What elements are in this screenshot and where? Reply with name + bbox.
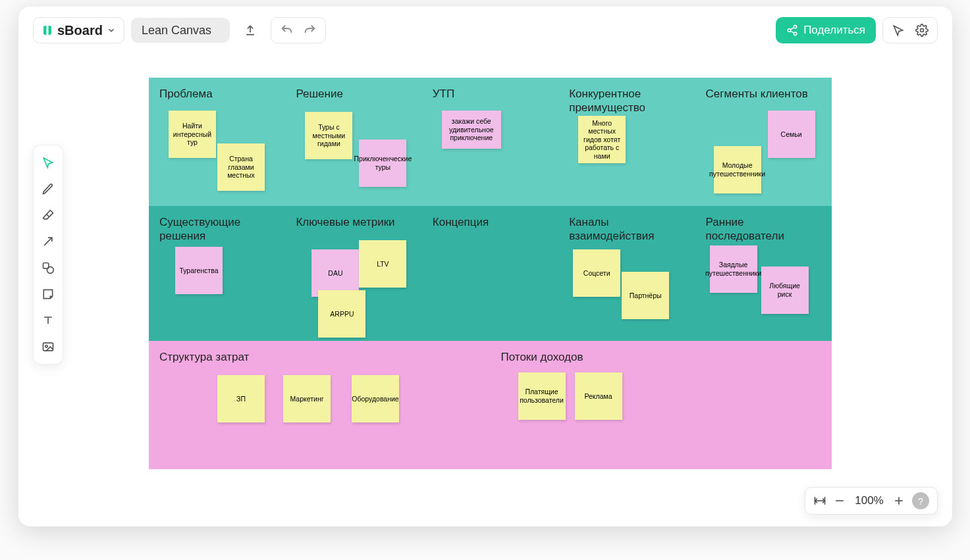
sticky-note[interactable]: ЗП [217, 375, 265, 422]
tool-eraser[interactable] [36, 203, 60, 227]
cell-title: Конкурентное преимущество [569, 87, 684, 115]
sticky-note[interactable]: Много местных гидов хотят работать с нам… [578, 116, 626, 163]
canvas-cell[interactable]: Конкурентное преимуществоМного местных г… [558, 78, 695, 206]
tool-pencil[interactable] [36, 177, 60, 201]
share-label: Поделиться [803, 24, 865, 37]
cell-title: Структура затрат [159, 350, 480, 364]
tool-shapes[interactable] [36, 256, 60, 280]
zoom-bar: 100% ? [805, 487, 938, 515]
sticky-note[interactable]: ARPPU [318, 290, 365, 338]
app-name: sBoard [57, 23, 103, 38]
fit-width-button[interactable] [813, 494, 826, 507]
canvas-cell[interactable]: ПроблемаНайти интересный турСтрана глаза… [149, 78, 285, 206]
undo-redo-group [271, 17, 326, 43]
sticky-note[interactable]: Приключенческие туры [359, 140, 406, 187]
top-right-tools [882, 17, 938, 43]
canvas-cell[interactable]: Структура затратЗПМаркетингОборудование [149, 341, 491, 469]
canvas-cell[interactable]: Существующие решенияТурагенства [149, 206, 285, 341]
cell-title: Концепция [433, 215, 548, 229]
cell-title: Сегменты клиентов [706, 87, 821, 101]
sticky-note[interactable]: Партнёры [622, 272, 669, 319]
svg-line-4 [791, 31, 794, 33]
top-right-cluster: Поделиться [776, 17, 938, 43]
tool-sticky[interactable] [36, 282, 60, 306]
sticky-note[interactable]: Семьи [768, 111, 815, 158]
svg-point-5 [921, 29, 924, 32]
sticky-note[interactable]: Страна глазами местных [217, 143, 265, 191]
sticky-note[interactable]: Туры с местными гидами [305, 112, 352, 159]
top-bar: sBoard Lean Canvas Поделиться [33, 16, 938, 44]
left-toolbar [33, 145, 63, 365]
board-title-text: Lean Canvas [142, 24, 211, 38]
tool-image[interactable] [36, 335, 60, 359]
sticky-note[interactable]: Любящие риск [761, 267, 809, 314]
sticky-note[interactable]: Маркетинг [283, 375, 331, 422]
canvas-cell[interactable]: Сегменты клиентовСемьиМолодые путешестве… [695, 78, 832, 206]
sticky-note[interactable]: Соцсети [573, 249, 620, 297]
sticky-note[interactable]: Турагенства [175, 247, 223, 294]
share-icon [786, 24, 798, 36]
canvas-cell[interactable]: Каналы взаимодействияСоцсетиПартнёры [558, 206, 695, 341]
sticky-note[interactable]: Реклама [575, 372, 622, 420]
canvas-row-top: ПроблемаНайти интересный турСтрана глаза… [149, 78, 832, 206]
tool-arrow[interactable] [36, 230, 60, 253]
sticky-note[interactable]: LTV [359, 240, 406, 288]
undo-button[interactable] [278, 21, 296, 39]
cell-title: Ключевые метрики [296, 215, 411, 229]
board-title-input[interactable]: Lean Canvas [131, 18, 230, 43]
canvas-cell[interactable]: РешениеТуры с местными гидамиПриключенче… [285, 78, 421, 206]
cell-title: УТП [433, 87, 548, 101]
cell-title: Решение [296, 87, 411, 101]
app-menu-button[interactable]: sBoard [33, 17, 124, 43]
canvas-cell[interactable]: Концепция [422, 206, 558, 341]
canvas[interactable]: ПроблемаНайти интересный турСтрана глаза… [149, 78, 832, 469]
sticky-note[interactable]: закажи себе удивительное приключение [442, 111, 501, 149]
tool-text[interactable] [36, 309, 60, 332]
sticky-note[interactable]: Найти интересный тур [169, 111, 216, 158]
zoom-out-button[interactable] [833, 494, 846, 507]
share-button[interactable]: Поделиться [776, 17, 876, 43]
zoom-level[interactable]: 100% [853, 494, 886, 507]
zoom-in-button[interactable] [892, 494, 905, 507]
svg-point-10 [45, 345, 47, 347]
svg-point-2 [794, 32, 797, 36]
canvas-row-bottom: Структура затратЗПМаркетингОборудованиеП… [149, 341, 832, 469]
svg-point-1 [788, 29, 791, 32]
tool-select[interactable] [36, 151, 60, 174]
cell-title: Существующие решения [159, 215, 275, 243]
cursor-mode-button[interactable] [888, 20, 908, 40]
cell-title: Ранние последователи [706, 215, 821, 243]
logo-icon [41, 24, 53, 36]
cell-title: Потоки доходов [501, 350, 822, 364]
sticky-note[interactable]: Заядлые путешественники [710, 245, 757, 293]
svg-line-3 [791, 28, 794, 30]
svg-point-8 [47, 267, 53, 273]
canvas-cell[interactable]: УТПзакажи себе удивительное приключение [422, 78, 558, 206]
canvas-cell[interactable]: Ключевые метрикиDAULTVARPPU [285, 206, 421, 341]
canvas-cell[interactable]: Потоки доходовПлатящие пользователиРекла… [491, 341, 832, 469]
export-button[interactable] [236, 17, 264, 43]
cell-title: Каналы взаимодействия [569, 215, 684, 243]
svg-line-6 [44, 238, 52, 245]
help-button[interactable]: ? [912, 492, 929, 509]
canvas-cell[interactable]: Ранние последователиЗаядлые путешественн… [695, 206, 832, 341]
sticky-note[interactable]: Платящие пользователи [518, 372, 566, 420]
svg-point-0 [794, 26, 797, 29]
app-window: sBoard Lean Canvas Поделиться [18, 7, 952, 526]
sticky-note[interactable]: Молодые путешественники [714, 146, 761, 193]
cell-title: Проблема [159, 87, 275, 101]
settings-button[interactable] [912, 20, 932, 40]
sticky-note[interactable]: Оборудование [352, 375, 399, 422]
chevron-down-icon [107, 26, 116, 35]
redo-button[interactable] [300, 21, 319, 39]
canvas-row-mid: Существующие решенияТурагенстваКлючевые … [149, 206, 832, 341]
